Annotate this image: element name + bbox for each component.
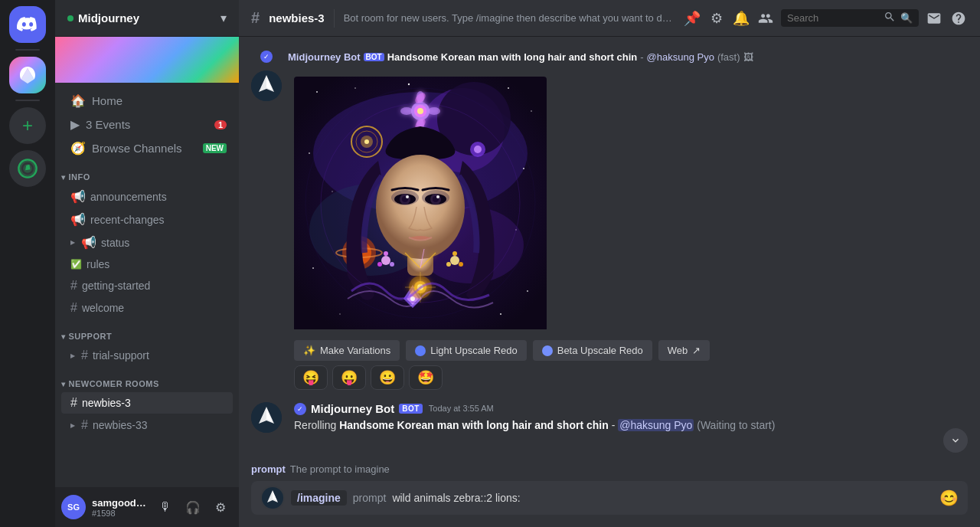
light-upscale-redo-button[interactable]: Light Upscale Redo — [406, 340, 526, 361]
reroll-status: (Waiting to start) — [697, 419, 775, 431]
message-input-area: /imagine prompt 😊 — [239, 475, 980, 527]
server-name: Midjourney — [78, 11, 139, 25]
channel-newbies-3[interactable]: # newbies-3 👤+ — [61, 392, 233, 414]
channel-recent-changes[interactable]: 📢 recent-changes — [61, 208, 233, 231]
channel-status[interactable]: ▶ 📢 status — [61, 231, 233, 254]
username: samgoodw... — [92, 497, 147, 509]
web-label: Web — [668, 345, 688, 356]
channel-newbies-3-name: newbies-3 — [82, 397, 131, 409]
mute-button[interactable]: 🎙 — [153, 495, 178, 519]
svg-point-12 — [309, 152, 310, 154]
svg-point-61 — [459, 262, 463, 267]
channel-announcements-name: announcements — [90, 191, 167, 203]
input-avatar — [260, 486, 285, 510]
svg-point-55 — [381, 256, 390, 265]
svg-point-62 — [446, 262, 451, 267]
category-newcomer-label: NEWCOMER ROOMS — [69, 379, 159, 388]
hash-icon-getting-started: # — [70, 279, 77, 293]
channel-header: # newbies-3 Bot room for new users. Type… — [239, 0, 980, 37]
search-box[interactable]: 🔍 — [781, 9, 919, 27]
search-icon — [884, 11, 896, 25]
svg-point-8 — [408, 83, 410, 85]
channel-rules[interactable]: ✅ rules — [61, 254, 233, 274]
nav-events[interactable]: ▶ 3 Events 1 — [61, 113, 233, 136]
reaction-star-eyes[interactable]: 🤩 — [409, 365, 443, 390]
svg-point-28 — [428, 107, 440, 115]
scroll-to-bottom-button[interactable] — [943, 428, 968, 453]
web-button[interactable]: Web ↗ — [658, 340, 710, 361]
user-info: samgoodw... #1598 — [92, 497, 147, 518]
message-body-reroll: ✓ Midjourney Bot BOT Today at 3:55 AM Re… — [294, 402, 968, 434]
svg-point-36 — [474, 146, 482, 153]
svg-point-19 — [500, 313, 501, 315]
discord-home-button[interactable] — [9, 6, 46, 43]
make-variations-button[interactable]: ✨ Make Variations — [294, 340, 400, 361]
channel-recent-changes-name: recent-changes — [90, 214, 165, 226]
message-header-reroll: ✓ Midjourney Bot BOT Today at 3:55 AM — [294, 402, 968, 415]
reaction-buttons: 😝 😛 😀 🤩 — [294, 365, 968, 390]
home-label: Home — [92, 94, 122, 107]
search-label: 🔍 — [900, 12, 913, 24]
expand-arrow-support: ▶ — [70, 352, 75, 359]
reaction-tired[interactable]: 😝 — [294, 365, 328, 390]
inbox-button[interactable] — [925, 9, 943, 28]
reroll-mention[interactable]: @haksung Pyo — [618, 419, 694, 431]
message-body-main: ✨ Make Variations Light Upscale Redo Bet… — [294, 70, 968, 390]
hash-icon-newbies33: # — [81, 418, 88, 432]
events-icon: ▶ — [70, 117, 80, 132]
channel-welcome-name: welcome — [82, 302, 124, 314]
category-info[interactable]: ▾ INFO — [55, 160, 239, 185]
pin-button[interactable]: 📌 — [683, 9, 701, 28]
reaction-tongue[interactable]: 😛 — [332, 365, 366, 390]
prompt-label: prompt — [251, 463, 286, 475]
reroll-text: Rerolling Handsome Korean man with long … — [294, 418, 968, 434]
add-server-button[interactable]: + — [9, 107, 46, 144]
members-button[interactable] — [756, 9, 775, 28]
emoji-picker-button[interactable]: 😊 — [939, 489, 959, 507]
check-icon: ✅ — [70, 259, 82, 270]
svg-point-34 — [364, 139, 369, 144]
channel-welcome[interactable]: # welcome — [61, 297, 233, 319]
nav-browse-channels[interactable]: 🧭 Browse Channels NEW — [61, 136, 233, 160]
server-header[interactable]: Midjourney ▾ — [55, 0, 239, 37]
channel-trial-support[interactable]: ▶ # trial-support — [61, 345, 233, 366]
verified-icon-2: ✓ — [294, 403, 306, 415]
channel-description: Bot room for new users. Type /imagine th… — [344, 12, 674, 24]
events-badge: 1 — [214, 120, 227, 129]
svg-point-6 — [316, 91, 318, 93]
server-icon-midjourney[interactable] — [9, 57, 46, 93]
message-input[interactable] — [392, 492, 933, 504]
svg-point-57 — [390, 262, 394, 267]
expand-arrow-status: ▶ — [70, 239, 75, 246]
notification-button[interactable]: 🔔 — [732, 9, 750, 28]
svg-point-16 — [312, 267, 314, 269]
user-bar: SG samgoodw... #1598 🎙 🎧 ⚙ — [55, 487, 239, 527]
help-button[interactable] — [949, 9, 968, 28]
beta-upscale-redo-button[interactable]: Beta Upscale Redo — [533, 340, 652, 361]
category-arrow-support: ▾ — [61, 332, 66, 341]
megaphone-icon-3: 📢 — [81, 235, 96, 250]
message-group-reroll: ✓ Midjourney Bot BOT Today at 3:55 AM Re… — [239, 396, 980, 437]
channel-getting-started[interactable]: # getting-started — [61, 275, 233, 296]
search-input[interactable] — [787, 12, 879, 24]
light-upscale-redo-label: Light Upscale Redo — [430, 345, 517, 356]
user-avatar: SG — [61, 495, 86, 519]
channel-newbies-33[interactable]: ▶ # newbies-33 — [61, 414, 233, 436]
settings-button[interactable]: ⚙ — [707, 9, 726, 28]
category-newcomer[interactable]: ▾ NEWCOMER ROOMS — [55, 367, 239, 391]
category-info-label: INFO — [69, 172, 90, 182]
discover-button[interactable] — [9, 150, 46, 187]
reaction-grin[interactable]: 😀 — [371, 365, 404, 390]
make-variations-icon: ✨ — [303, 345, 315, 356]
inline-author: Midjourney Bot — [288, 51, 361, 63]
user-settings-button[interactable]: ⚙ — [208, 495, 233, 519]
nav-home[interactable]: 🏠 Home — [61, 89, 233, 113]
slash-command-tag: /imagine — [291, 490, 347, 506]
category-support[interactable]: ▾ SUPPORT — [55, 319, 239, 344]
chevron-down-icon: ▾ — [220, 11, 227, 25]
deafen-button[interactable]: 🎧 — [181, 495, 205, 519]
svg-point-56 — [384, 251, 388, 256]
channel-announcements[interactable]: 📢 announcements — [61, 185, 233, 208]
bot-tag-inline: BOT — [364, 53, 384, 61]
verified-check-icon: ✓ — [260, 51, 273, 63]
